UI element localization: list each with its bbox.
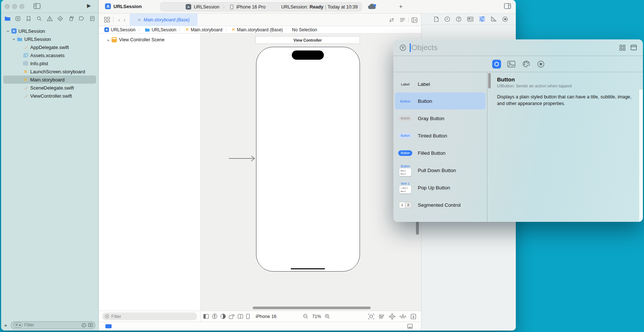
appearance-toggle-icon[interactable] [220, 314, 226, 319]
add-file-button[interactable]: + [4, 322, 11, 328]
outline-filter-input[interactable]: Filter [102, 312, 197, 320]
toggle-inspector-icon[interactable] [504, 3, 511, 9]
zoom-in-icon[interactable] [325, 314, 330, 319]
list-view-icon[interactable] [630, 45, 637, 51]
history-inspector-icon[interactable] [444, 16, 450, 22]
editor-options-icon[interactable] [400, 18, 405, 22]
object-item-pull-down-button[interactable]: Button Item 1Item 2 Pull Down Button [395, 162, 486, 179]
device-icon[interactable] [246, 314, 250, 319]
resolve-autolayout-icon[interactable] [400, 314, 406, 319]
vertical-scrollbar[interactable] [416, 221, 419, 235]
detail-scrollbar-track[interactable] [639, 90, 643, 222]
back-button[interactable]: ‹ [118, 17, 120, 23]
tree-row-group[interactable]: URLSession [1, 35, 98, 43]
accessibility-preview-icon[interactable] [212, 314, 217, 319]
bookmarks-navigator-icon[interactable] [24, 16, 34, 21]
jumpbar-selection[interactable]: No Selection [292, 27, 317, 32]
issues-navigator-icon[interactable] [45, 16, 55, 21]
storyboard-canvas[interactable]: View Controller [201, 34, 421, 311]
object-item-segmented-control[interactable]: 12 Segmented Control [395, 196, 486, 213]
tree-row-file[interactable]: Assets.xcassets [1, 51, 98, 59]
disclosure-chevron-icon[interactable] [6, 29, 10, 33]
library-plus-button[interactable]: + [399, 3, 403, 10]
tree-row-file[interactable]: SceneDelegate.swift [1, 84, 98, 92]
grid-view-icon[interactable] [619, 45, 626, 51]
update-frames-icon[interactable] [368, 314, 374, 319]
objects-category-icon[interactable] [492, 60, 501, 69]
view-controller-view[interactable] [256, 47, 360, 272]
storyboard-icon: ✕ [23, 77, 28, 83]
file-inspector-icon[interactable] [434, 16, 439, 22]
quick-help-inspector-icon[interactable] [467, 17, 473, 22]
cloud-account-icon[interactable] [367, 3, 377, 10]
tree-row-file[interactable]: Info.plist [1, 59, 98, 67]
orientation-icon[interactable] [229, 314, 235, 319]
object-item-pop-up-button[interactable]: Item 1 ✓ Item 1Item 2 Pop Up Button [395, 179, 486, 196]
zoom-window-button[interactable] [20, 4, 24, 9]
jumpbar-project[interactable]: A URLSession [104, 27, 136, 32]
source-control-navigator-icon[interactable] [13, 16, 23, 21]
object-item-tinted-button[interactable]: Button Tinted Button [395, 127, 486, 144]
toggle-navigator-icon[interactable] [34, 3, 41, 9]
library-filter-icon[interactable] [399, 44, 406, 51]
object-item-filled-button[interactable]: Button Filled Button [395, 144, 486, 161]
object-item-label[interactable]: Label Label [395, 76, 486, 92]
disclosure-chevron-icon[interactable] [12, 38, 16, 41]
jumpbar-file[interactable]: ✕ Main.storyboard [185, 27, 222, 32]
outline-scene-row[interactable]: ▸ View Controller Scene [108, 37, 200, 42]
close-window-button[interactable] [5, 4, 10, 9]
navigator-filter-input[interactable]: Filter [11, 321, 95, 329]
object-item-button-selected[interactable]: Button Button [395, 92, 486, 109]
breakpoints-navigator-icon[interactable] [77, 16, 86, 21]
find-navigator-icon[interactable] [34, 16, 44, 21]
device-name-label[interactable]: iPhone 16 [256, 314, 276, 319]
initial-view-controller-arrow[interactable] [229, 155, 256, 162]
split-preview-icon[interactable] [238, 314, 243, 319]
document-outline-toggle[interactable] [105, 324, 112, 328]
tree-row-file[interactable]: AppDelegate.swift [1, 43, 98, 51]
reports-navigator-icon[interactable] [87, 16, 97, 21]
filter-options-icon[interactable] [13, 322, 22, 328]
swap-editor-icon[interactable] [389, 18, 395, 22]
recent-files-icon[interactable] [81, 323, 86, 328]
symbols-category-icon[interactable] [536, 60, 545, 69]
size-inspector-icon[interactable] [491, 16, 497, 22]
source-control-filter-icon[interactable] [88, 323, 93, 327]
tab-main-storyboard[interactable]: ✕ Main.storyboard (Base) [130, 14, 197, 26]
project-navigator-icon[interactable] [3, 16, 12, 21]
disclosure-chevron-icon[interactable]: ▸ [108, 38, 109, 42]
tree-row-file-selected[interactable]: ✕ Main.storyboard [3, 76, 96, 84]
embed-in-icon[interactable] [410, 314, 416, 319]
scheme-selector[interactable]: A URLSession 〉 iPhone 16 Pro [186, 4, 266, 10]
run-button[interactable]: ▶ [87, 3, 91, 8]
connections-inspector-icon[interactable] [502, 16, 508, 22]
zoom-out-icon[interactable] [303, 314, 308, 319]
scheme-status-pill[interactable]: A URLSession 〉 iPhone 16 Pro URLSession:… [160, 2, 362, 11]
library-category-tabs [393, 56, 643, 72]
tests-navigator-icon[interactable] [56, 16, 65, 21]
minimize-window-button[interactable] [12, 4, 17, 9]
align-icon[interactable] [379, 314, 385, 319]
zoom-level-label[interactable]: 71% [312, 314, 321, 319]
close-tab-icon[interactable]: ✕ [138, 18, 141, 22]
tree-row-file[interactable]: ✕ LaunchScreen.storyboard [1, 67, 98, 76]
add-editor-icon[interactable] [412, 17, 417, 23]
debug-navigator-icon[interactable] [66, 16, 76, 21]
attributes-inspector-icon[interactable] [479, 16, 485, 22]
related-items-icon[interactable] [104, 17, 110, 23]
tree-row-file[interactable]: ViewController.swift [1, 92, 98, 100]
object-item-gray-button[interactable]: Button Gray Button [395, 110, 486, 127]
color-category-icon[interactable] [522, 60, 531, 69]
tree-row-project[interactable]: A URLSession [1, 27, 98, 35]
media-category-icon[interactable] [507, 60, 516, 69]
library-search-bar[interactable]: Objects [393, 39, 643, 56]
help-inspector-icon[interactable] [456, 16, 462, 22]
forward-button[interactable]: › [124, 17, 126, 23]
jumpbar-group[interactable]: URLSession [145, 27, 176, 32]
jumpbar-localization[interactable]: ✕ Main.storyboard (Base) [232, 27, 283, 32]
device-bezels-toggle-icon[interactable] [407, 324, 413, 329]
horizontal-scrollbar[interactable] [253, 307, 371, 309]
view-controller-header[interactable]: View Controller [255, 36, 360, 44]
add-constraints-icon[interactable] [389, 314, 395, 319]
hide-outline-icon[interactable] [203, 314, 209, 319]
